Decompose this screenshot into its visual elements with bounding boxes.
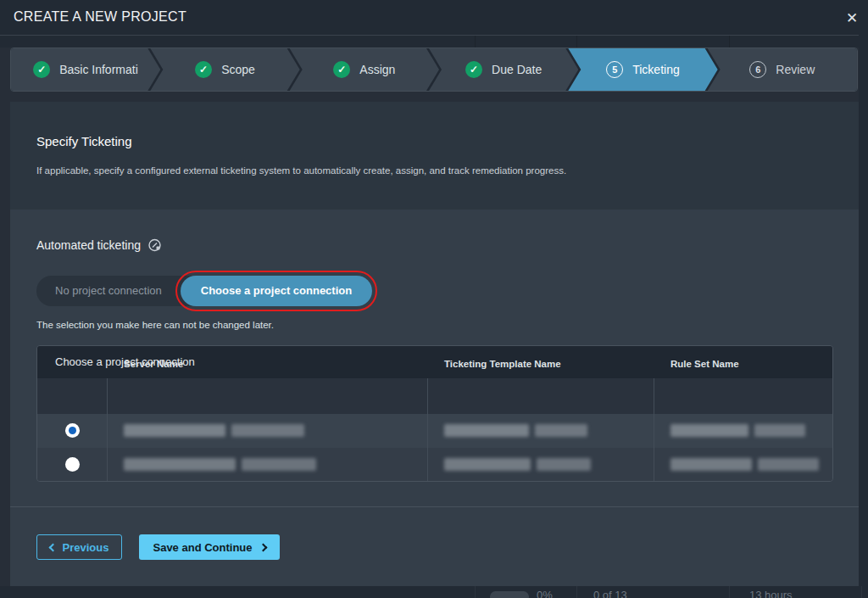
previous-button-label: Previous: [63, 541, 109, 554]
step-label: Assign: [359, 63, 395, 76]
background-column-line: [729, 586, 730, 598]
background-column-line: [475, 36, 476, 48]
step-label: Review: [776, 63, 815, 76]
automated-ticketing-label: Automated ticketing: [36, 238, 141, 252]
automated-ticketing-heading: Automated ticketing: [36, 238, 163, 253]
check-glyph: ✓: [199, 64, 208, 75]
step-ticketing[interactable]: 5 Ticketing: [568, 48, 717, 91]
table-column-header-row: [37, 378, 832, 414]
check-glyph: ✓: [37, 64, 46, 75]
wizard-stepper: ✓ Basic Information ✓ Scope ✓ Assign ✓ D…: [10, 48, 858, 92]
project-connection-table: Choose a project connection Server Name …: [36, 345, 833, 482]
check-icon: ✓: [333, 61, 350, 78]
table-row[interactable]: [37, 448, 832, 482]
background-column-line: [861, 586, 862, 598]
radio-unselected[interactable]: [65, 457, 80, 472]
background-duration-value: 13 hours: [749, 589, 793, 598]
step-label: Scope: [221, 63, 255, 76]
radio-selected[interactable]: [65, 423, 80, 438]
footer-divider: [10, 506, 859, 507]
redacted-template-name: [444, 424, 587, 437]
check-icon: ✓: [33, 61, 50, 78]
background-column-line: [729, 36, 730, 48]
step-due-date[interactable]: ✓ Due Date: [429, 48, 578, 91]
table-row[interactable]: [37, 414, 832, 448]
redacted-rule-set-name: [670, 424, 805, 437]
background-page-strip: 0% 0 of 13 13 hours: [0, 586, 868, 598]
section-description: If applicable, specify a configured exte…: [36, 165, 832, 176]
no-project-connection-option[interactable]: No project connection: [36, 276, 181, 306]
background-column-line: [576, 36, 577, 48]
background-column-line: [475, 586, 476, 598]
background-progress-bar: [490, 591, 529, 598]
check-glyph: ✓: [470, 64, 478, 75]
chevron-right-icon: [259, 543, 267, 551]
redacted-rule-set-name: [670, 458, 819, 471]
redacted-server-name: [124, 424, 304, 437]
step-scope[interactable]: ✓ Scope: [150, 48, 299, 91]
step-label: Ticketing: [632, 63, 680, 76]
previous-button[interactable]: Previous: [36, 534, 122, 560]
redacted-server-name: [124, 458, 316, 471]
check-icon: ✓: [195, 61, 212, 78]
step-label: Due Date: [492, 63, 542, 76]
redacted-template-name: [444, 458, 591, 471]
choose-project-connection-option[interactable]: Choose a project connection: [181, 276, 372, 306]
column-header-rule-set-name: Rule Set Name: [670, 346, 739, 382]
background-column-line: [576, 586, 577, 598]
background-count-value: 0 of 13: [593, 589, 627, 598]
column-header-ticketing-template-name: Ticketing Template Name: [444, 346, 561, 382]
chevron-left-icon: [48, 543, 57, 551]
selection-warning-note: The selection you make here can not be c…: [36, 320, 274, 330]
column-separator: [654, 378, 654, 482]
radio-dot: [69, 427, 76, 434]
check-icon: ✓: [465, 61, 482, 78]
save-button-label: Save and Continue: [153, 541, 252, 554]
project-connection-toggle: No project connection Choose a project c…: [36, 276, 372, 306]
step-basic-information[interactable]: ✓ Basic Information: [11, 48, 160, 91]
check-glyph: ✓: [337, 64, 346, 75]
ticketing-intro-section: Specify Ticketing If applicable, specify…: [10, 102, 859, 210]
close-icon[interactable]: ✕: [842, 8, 862, 28]
column-header-server-name: Server Name: [124, 346, 183, 382]
column-separator: [107, 378, 108, 482]
step-review[interactable]: 6 Review: [708, 48, 857, 91]
column-separator: [427, 378, 428, 482]
step-assign[interactable]: ✓ Assign: [290, 48, 439, 91]
header-gap-band: [0, 36, 859, 48]
section-heading: Specify Ticketing: [36, 134, 832, 148]
step-number-badge: 6: [749, 61, 766, 78]
automated-ticketing-section: Automated ticketing No project connectio…: [10, 210, 859, 586]
step-number-badge: 5: [606, 61, 623, 78]
step-label: Basic Information: [59, 63, 138, 76]
save-and-continue-button[interactable]: Save and Continue: [139, 534, 280, 560]
background-progress-value: 0%: [537, 589, 553, 598]
page-title: CREATE A NEW PROJECT: [14, 9, 186, 25]
ticketing-connection-icon: [147, 238, 163, 253]
